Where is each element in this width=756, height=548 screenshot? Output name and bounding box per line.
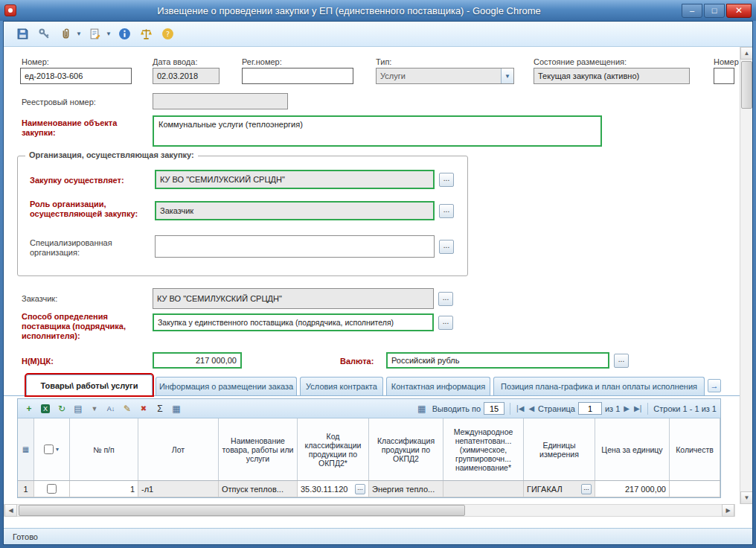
prev-page-icon[interactable]: ◀ [528, 404, 535, 412]
number-label: Номер: [22, 57, 49, 67]
type-select[interactable]: Услуги ▼ [376, 68, 514, 84]
purchaser-field[interactable]: КУ ВО "СЕМИЛУКСКИЙ СРЦДН" [155, 170, 435, 189]
tabs-baseline [4, 395, 740, 396]
attachment-icon[interactable] [57, 26, 74, 42]
type-dropdown-icon[interactable]: ▼ [501, 68, 513, 83]
filter-icon[interactable]: ▼ [87, 402, 102, 415]
column-header-okpd2-class[interactable]: Классификация продукции по ОКПД2 [369, 418, 443, 480]
specialized-org-lookup-button[interactable]: ... [439, 240, 454, 254]
svg-text:?: ? [166, 30, 170, 38]
specialized-org-field[interactable] [155, 235, 435, 258]
okpd2-code-lookup-button[interactable]: ... [355, 484, 365, 494]
table-row[interactable]: 1 1 -л1 Отпуск теплов... 35.30.11.120...… [18, 481, 720, 497]
report-icon[interactable] [87, 26, 103, 42]
unit-lookup-button[interactable]: ... [581, 484, 592, 494]
column-header-name[interactable]: Наименование товара, работы или услуги [219, 418, 298, 480]
save-icon[interactable] [14, 26, 31, 42]
tab-plan-schedule[interactable]: Позиция плана-графика и план оплаты испо… [493, 377, 705, 395]
checkbox-dropdown-icon[interactable]: ▼ [55, 445, 60, 454]
help-icon[interactable]: ? [160, 26, 176, 42]
tab-contract-terms[interactable]: Условия контракта [300, 377, 383, 395]
page-size-input[interactable] [484, 402, 504, 415]
column-header-unit[interactable]: Единицы измерения [524, 418, 595, 480]
scroll-left-icon[interactable]: ◀ [4, 504, 17, 517]
currency-field[interactable]: Российский рубль [386, 352, 609, 369]
okpd2-class-cell: Энергия тепло... [369, 481, 443, 497]
specialized-org-label: Специализированная организация: [30, 238, 149, 258]
scroll-up-icon[interactable]: ▲ [740, 47, 752, 60]
customer-lookup-button[interactable]: ... [438, 292, 453, 306]
page-size-icon[interactable]: ▦ [414, 402, 429, 415]
column-header-npp[interactable]: № п/п [70, 418, 138, 480]
list-icon[interactable]: ▤ [71, 402, 86, 415]
grid-header-row: ▦ ▼ № п/п Лот Наименование товара, работ… [18, 418, 720, 481]
tab-goods-works-services[interactable]: Товары\ работы\ услуги [26, 375, 153, 395]
column-header-unit-price[interactable]: Цена за единицу [595, 418, 670, 480]
number-partial-input[interactable] [714, 68, 734, 84]
checkbox-header[interactable]: ▼ [34, 418, 70, 480]
columns-icon[interactable]: ▦ [169, 402, 184, 415]
vertical-scrollbar: ▲ ▼ [740, 47, 752, 504]
next-page-icon[interactable]: ▶ [623, 404, 630, 412]
titlebar: Извещение о проведении закупки у ЕП (еди… [0, 0, 756, 21]
customer-field[interactable]: КУ ВО "СЕМИЛУКСКИЙ СРЦДН" [153, 288, 434, 309]
method-field[interactable]: Закупка у единственного поставщика (подр… [153, 313, 434, 331]
horizontal-scrollbar-thumb[interactable] [19, 505, 465, 516]
info-icon[interactable] [117, 26, 133, 42]
column-header-okpd2-code[interactable]: Код классификации продукции по ОКПД2* [298, 418, 369, 480]
export-excel-icon[interactable]: X [38, 402, 53, 415]
currency-lookup-button[interactable]: ... [614, 354, 629, 368]
nmck-input[interactable] [153, 352, 242, 369]
signature-icon[interactable] [36, 26, 52, 42]
org-role-lookup-button[interactable]: ... [439, 204, 454, 218]
column-header-mnn[interactable]: Международное непатентован... (химическо… [443, 418, 524, 480]
sort-icon[interactable]: А↓ [103, 402, 118, 415]
scroll-right-icon[interactable]: ▶ [722, 504, 734, 517]
registry-number-field [153, 93, 288, 109]
refresh-icon[interactable]: ↻ [54, 402, 69, 415]
scales-icon[interactable] [138, 26, 155, 42]
maximize-button[interactable]: □ [704, 4, 725, 18]
page-of-label: из 1 [605, 404, 620, 413]
tabs-scroll-right-icon[interactable]: → [708, 379, 721, 392]
close-button[interactable]: ✕ [726, 4, 752, 18]
scroll-down-icon[interactable]: ▼ [740, 491, 752, 504]
tab-order-placement-info[interactable]: Информация о размещении заказа [156, 377, 297, 395]
object-name-textarea[interactable]: Коммунальные услуги (теплоэнергия) [153, 115, 602, 147]
clear-filter-icon[interactable]: ✖ [136, 402, 151, 415]
entry-date-label: Дата ввода: [153, 57, 197, 67]
page-input[interactable] [578, 402, 602, 415]
horizontal-scrollbar: ◀ ▶ [4, 504, 735, 517]
customer-label: Заказчик: [22, 294, 57, 304]
row-checkbox-cell [34, 481, 70, 497]
table-icon: ▦ [22, 445, 29, 454]
org-role-label: Роль организации, осуществляющей закупку… [30, 200, 149, 219]
column-header-quantity[interactable]: Количеств [670, 418, 720, 480]
column-header-lot[interactable]: Лот [138, 418, 219, 480]
select-all-checkbox[interactable] [44, 445, 54, 454]
tab-contact-info[interactable]: Контактная информация [386, 377, 490, 395]
number-partial-label: Номер [714, 57, 739, 67]
add-row-icon[interactable]: + [22, 402, 36, 415]
mnn-cell [443, 481, 524, 497]
org-role-field[interactable]: Заказчик [155, 201, 435, 220]
organization-group: Организация, осуществляющая закупку: Зак… [17, 156, 468, 276]
purchaser-lookup-button[interactable]: ... [439, 173, 454, 187]
number-input[interactable] [20, 68, 132, 84]
minimize-button[interactable]: – [682, 4, 702, 18]
attachment-dropdown-icon[interactable]: ▼ [76, 31, 82, 37]
row-selector-header[interactable]: ▦ [18, 418, 34, 480]
edit-filter-icon[interactable]: ✎ [120, 402, 135, 415]
report-dropdown-icon[interactable]: ▼ [106, 31, 112, 37]
last-page-icon[interactable]: ▶| [633, 404, 642, 412]
app-toolbar: ▼ ▼ ? [4, 22, 752, 47]
reg-number-input[interactable] [242, 68, 353, 84]
nmck-label: Н(М)ЦК: [22, 357, 54, 366]
method-lookup-button[interactable]: ... [438, 316, 453, 330]
first-page-icon[interactable]: |◀ [516, 404, 525, 412]
page-size-label: Выводить по [432, 404, 481, 413]
row-checkbox[interactable] [47, 484, 57, 494]
sum-icon[interactable]: Σ [153, 402, 167, 415]
window-controls: – □ ✕ [682, 4, 752, 18]
vertical-scrollbar-thumb[interactable] [741, 61, 752, 109]
